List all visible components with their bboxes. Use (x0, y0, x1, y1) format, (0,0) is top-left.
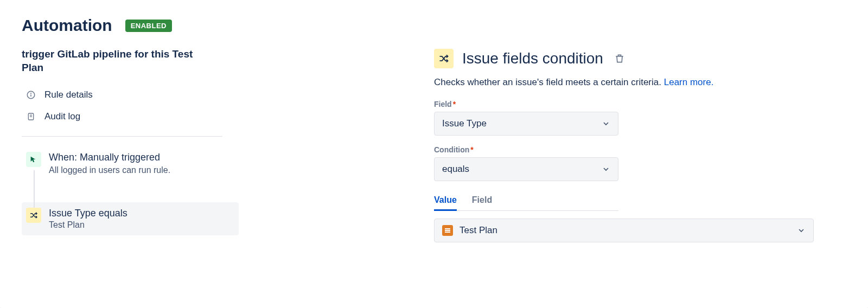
nav-rule-details[interactable]: Rule details (22, 84, 250, 106)
condition-select[interactable]: equals (434, 157, 618, 181)
trash-icon[interactable] (614, 53, 625, 64)
info-icon (26, 90, 36, 100)
connector (34, 181, 35, 202)
panel-description-text: Checks whether an issue's field meets a … (434, 77, 664, 87)
value-select-value: Test Plan (459, 225, 497, 236)
condition-select-value: equals (442, 164, 469, 175)
step-condition-title: Issue Type equals (49, 208, 127, 219)
cursor-icon (26, 152, 41, 167)
step-trigger-subtitle: All logged in users can run rule. (49, 165, 170, 175)
divider (22, 136, 222, 137)
svg-point-2 (31, 93, 31, 94)
field-select-value: Issue Type (442, 118, 487, 129)
rule-name: trigger GitLab pipeline for this Test Pl… (22, 48, 217, 74)
chevron-down-icon (602, 119, 610, 128)
nav-audit-log[interactable]: Audit log (22, 106, 250, 127)
step-condition-subtitle: Test Plan (49, 220, 127, 230)
panel-title: Issue fields condition (462, 50, 603, 67)
value-select[interactable]: Test Plan (434, 219, 814, 242)
condition-label: Condition* (434, 145, 846, 154)
nav-rule-details-label: Rule details (44, 89, 93, 100)
issue-type-icon (442, 225, 453, 236)
chevron-down-icon (602, 165, 610, 174)
shuffle-icon (26, 208, 41, 223)
document-icon (26, 112, 36, 121)
chevron-down-icon (797, 226, 806, 235)
page-title: Automation (22, 16, 112, 35)
value-field-tabs: Value Field (434, 191, 618, 211)
nav-audit-log-label: Audit log (44, 111, 80, 122)
tab-value[interactable]: Value (434, 191, 457, 211)
panel-description: Checks whether an issue's field meets a … (434, 77, 846, 88)
tab-field[interactable]: Field (472, 191, 492, 211)
step-trigger-title: When: Manually triggered (49, 152, 170, 163)
field-select[interactable]: Issue Type (434, 112, 618, 136)
field-label: Field* (434, 100, 846, 108)
step-condition[interactable]: Issue Type equals Test Plan (22, 202, 239, 235)
step-trigger[interactable]: When: Manually triggered All logged in u… (22, 146, 250, 181)
learn-more-link[interactable]: Learn more. (664, 77, 714, 87)
shuffle-icon (434, 49, 454, 68)
status-badge: ENABLED (125, 20, 172, 32)
